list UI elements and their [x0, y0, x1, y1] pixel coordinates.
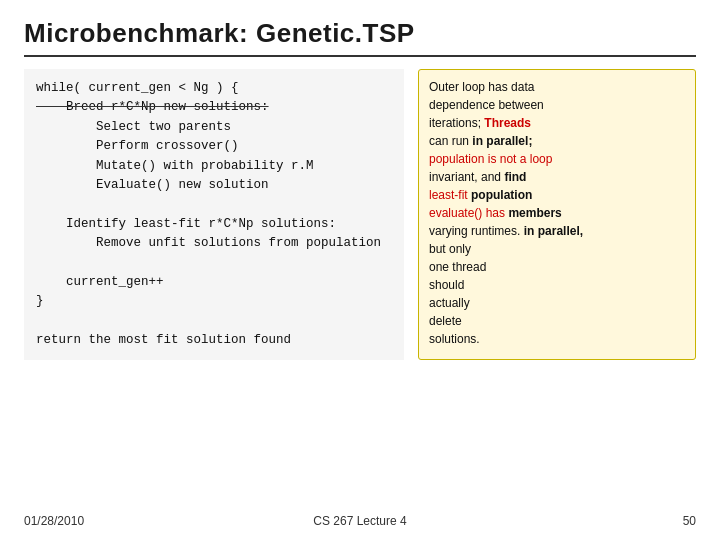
code-line-1: Breed r*C*Np new solutions: — [36, 98, 392, 117]
code-line-gap1 — [36, 195, 392, 214]
code-line-0: while( current_gen < Ng ) { — [36, 79, 392, 98]
title-bar: Microbenchmark: Genetic.TSP — [24, 18, 696, 57]
slide-title: Microbenchmark: Genetic.TSP — [24, 18, 415, 49]
footer-center: CS 267 Lecture 4 — [313, 514, 406, 528]
code-line-gap2 — [36, 253, 392, 272]
annotation-box: Outer loop has data dependence between i… — [418, 69, 696, 360]
code-line-2: Select two parents — [36, 118, 392, 137]
code-line-gap3 — [36, 312, 392, 331]
code-line-10: return the most fit solution found — [36, 331, 392, 350]
annotation-text: Outer loop has data dependence between i… — [429, 78, 685, 348]
content-area: while( current_gen < Ng ) { Breed r*C*Np… — [24, 69, 696, 360]
code-line-5: Evaluate() new solution — [36, 176, 392, 195]
code-block: while( current_gen < Ng ) { Breed r*C*Np… — [24, 69, 404, 360]
code-line-4: Mutate() with probability r.M — [36, 157, 392, 176]
code-line-9: } — [36, 292, 392, 311]
code-line-8: current_gen++ — [36, 273, 392, 292]
slide-container: Microbenchmark: Genetic.TSP while( curre… — [0, 0, 720, 540]
footer: 01/28/2010 CS 267 Lecture 4 50 — [0, 514, 720, 528]
code-line-3: Perform crossover() — [36, 137, 392, 156]
footer-right: 50 — [683, 514, 696, 528]
code-line-7: Remove unfit solutions from population — [36, 234, 392, 253]
footer-left: 01/28/2010 — [24, 514, 84, 528]
code-line-6: Identify least-fit r*C*Np solutions: — [36, 215, 392, 234]
